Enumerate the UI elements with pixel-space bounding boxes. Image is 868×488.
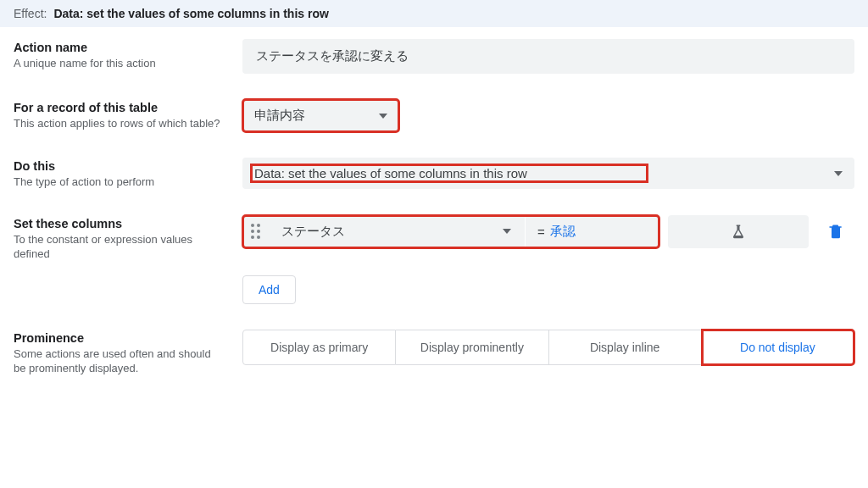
action-name-input[interactable]: [242, 39, 854, 74]
prominence-row: Prominence Some actions are used often a…: [14, 330, 854, 376]
for-table-row: For a record of this table This action a…: [14, 99, 854, 132]
do-this-sub: The type of action to perform: [14, 175, 225, 190]
add-button-label: Add: [259, 283, 280, 297]
prominence-option-do-not-display[interactable]: Do not display: [702, 330, 854, 365]
do-this-select-value: Data: set the values of some columns in …: [251, 164, 648, 182]
chevron-down-icon: [379, 114, 387, 119]
drag-handle-icon[interactable]: [242, 215, 268, 248]
equals-sign: =: [537, 225, 545, 239]
for-table-select-value: 申請内容: [254, 108, 305, 124]
column-value: 承認: [550, 224, 576, 240]
delete-column-button[interactable]: [817, 215, 854, 248]
trash-icon: [827, 223, 844, 240]
effect-value: Data: set the values of some columns in …: [53, 7, 328, 20]
prominence-sub: Some actions are used often and should b…: [14, 347, 225, 376]
column-name-value: ステータス: [281, 224, 345, 240]
expression-builder-button[interactable]: [668, 215, 809, 248]
action-name-row: Action name A unique name for this actio…: [14, 39, 854, 74]
add-column-row: Add: [14, 275, 854, 304]
for-table-title: For a record of this table: [14, 101, 225, 114]
add-column-button[interactable]: Add: [242, 275, 296, 304]
action-name-title: Action name: [14, 41, 225, 54]
flask-icon: [731, 224, 746, 239]
prominence-option-inline[interactable]: Display inline: [549, 330, 702, 365]
prominence-title: Prominence: [14, 331, 225, 345]
action-name-sub: A unique name for this action: [14, 56, 225, 71]
prominence-option-primary[interactable]: Display as primary: [242, 330, 396, 365]
prominence-segmented: Display as primary Display prominently D…: [242, 330, 854, 365]
do-this-row: Do this The type of action to perform Da…: [14, 158, 854, 190]
chevron-down-icon: [503, 229, 511, 234]
set-columns-sub: To the constant or expression values def…: [14, 232, 225, 262]
for-table-select[interactable]: 申請内容: [242, 99, 399, 132]
chevron-down-icon: [834, 171, 843, 176]
column-assignment: ステータス = 承認: [242, 215, 659, 248]
set-columns-row: Set these columns To the constant or exp…: [14, 215, 854, 262]
for-table-sub: This action applies to rows of which tab…: [14, 116, 225, 131]
column-name-select[interactable]: ステータス: [268, 215, 526, 248]
prominence-option-prominently[interactable]: Display prominently: [396, 330, 548, 365]
do-this-select[interactable]: Data: set the values of some columns in …: [242, 158, 854, 189]
set-columns-title: Set these columns: [14, 217, 225, 230]
effect-header: Effect: Data: set the values of some col…: [0, 0, 868, 27]
column-value-box[interactable]: = 承認: [526, 215, 659, 248]
effect-label: Effect:: [14, 7, 47, 20]
do-this-title: Do this: [14, 159, 225, 173]
